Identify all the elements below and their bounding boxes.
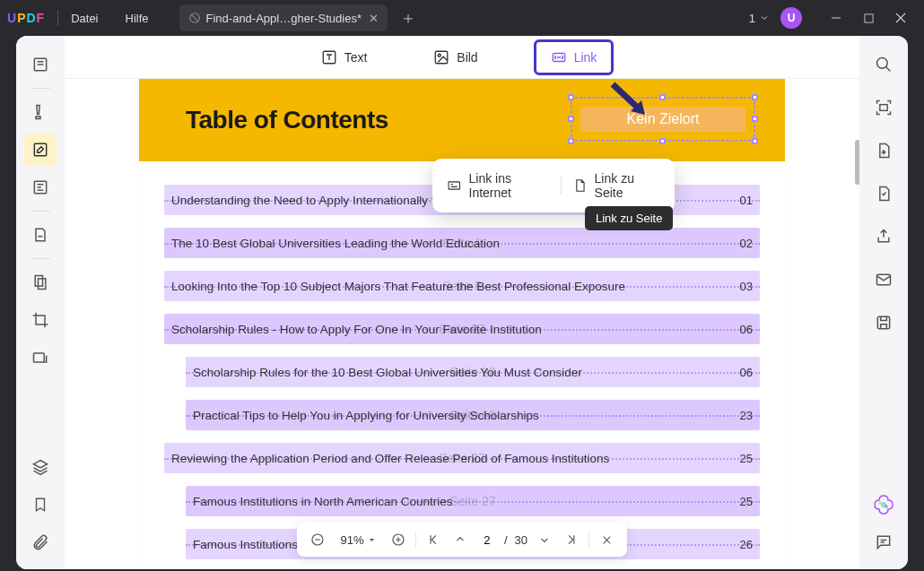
- page-sep: /: [504, 533, 508, 547]
- edit-link-label: Link: [574, 50, 597, 65]
- toc-row[interactable]: Seite 27Famous Institutions in North Ame…: [186, 486, 760, 516]
- svg-rect-5: [35, 276, 42, 287]
- scrollbar-thumb[interactable]: [855, 140, 859, 185]
- view-page-indicator[interactable]: 1: [749, 12, 770, 25]
- toc-entry-page: 26: [740, 538, 753, 551]
- search-icon[interactable]: [867, 48, 900, 81]
- svg-rect-16: [880, 105, 887, 111]
- page-input[interactable]: [474, 533, 501, 547]
- tooltip: Link zu Seite: [585, 206, 673, 230]
- svg-rect-7: [34, 353, 45, 362]
- page-icon: [572, 177, 587, 194]
- link-page-label: Link zu Seite: [595, 171, 660, 200]
- left-sidebar: [16, 36, 65, 569]
- edit-text-button[interactable]: Text: [310, 44, 379, 71]
- redact-tool[interactable]: [24, 342, 57, 374]
- comments-icon[interactable]: [867, 526, 900, 558]
- titlebar: UPDF Datei Hilfe Find-and-Appl…gher-Stud…: [0, 0, 924, 36]
- svg-rect-3: [34, 143, 46, 155]
- toc-entry-title: Famous Institutions in North American Co…: [193, 495, 453, 508]
- first-page-button[interactable]: [420, 526, 447, 553]
- ai-assistant-icon[interactable]: [873, 494, 894, 515]
- edit-text-label: Text: [344, 50, 368, 65]
- prev-page-button[interactable]: [447, 526, 474, 553]
- updf-logo: UPDF: [7, 11, 45, 25]
- toc-entry-page: 06: [740, 323, 753, 336]
- export-icon[interactable]: [867, 134, 900, 167]
- pdf-page[interactable]: Table of Contents Kein Zielort: [139, 79, 785, 569]
- link-to-page-option[interactable]: Link zu Seite: [572, 171, 660, 200]
- page-total: 30: [515, 533, 527, 547]
- toc-entry-title: Looking Into the Top 10 Subject Majors T…: [171, 280, 625, 293]
- toc-row[interactable]: Seite 1The 10 Best Global Universities L…: [164, 228, 760, 258]
- save-icon[interactable]: [867, 307, 900, 339]
- toc-row[interactable]: Seite 23Scholarship Rules for the 10 Bes…: [186, 357, 760, 387]
- email-icon[interactable]: [867, 264, 900, 296]
- toc-entry-title: Reviewing the Application Period and Off…: [171, 452, 609, 465]
- link-web-label: Link ins Internet: [469, 171, 551, 200]
- form-tool[interactable]: [24, 171, 57, 203]
- chevron-down-icon: [759, 13, 770, 23]
- tab-doc-icon: [188, 12, 201, 24]
- document-tab[interactable]: Find-and-Appl…gher-Studies* ✕: [179, 4, 388, 31]
- menu-file[interactable]: Datei: [71, 12, 98, 25]
- toc-entry-title: Scholarship Rules for the 10 Best Global…: [193, 366, 582, 379]
- toc-row[interactable]: Seite 19Practical Tips to Help You in Ap…: [186, 400, 760, 430]
- toc-row[interactable]: Seite 27Reviewing the Application Period…: [164, 443, 760, 473]
- layers-icon[interactable]: [24, 451, 57, 483]
- zoom-value[interactable]: 91%: [331, 533, 385, 547]
- workspace: Text Bild Link Table of Contents: [16, 36, 908, 569]
- bookmark-icon[interactable]: [24, 489, 57, 521]
- next-page-button[interactable]: [531, 526, 558, 553]
- watermark-text: Seite 27: [449, 494, 495, 508]
- zoom-controls: 91% / 30: [297, 523, 627, 557]
- svg-rect-1: [864, 13, 872, 22]
- edit-toolbar: Text Bild Link: [65, 36, 859, 79]
- ocr-icon[interactable]: [867, 91, 900, 124]
- toc-row[interactable]: Seite 5Looking Into the Top 10 Subject M…: [164, 271, 760, 301]
- user-avatar[interactable]: U: [780, 7, 802, 29]
- close-zoombar-button[interactable]: [593, 526, 620, 553]
- window-minimize[interactable]: [820, 4, 852, 31]
- link-to-web-option[interactable]: Link ins Internet: [447, 171, 550, 200]
- tab-close-icon[interactable]: ✕: [369, 12, 379, 25]
- edit-tool[interactable]: [24, 134, 57, 166]
- toc-entry-page: 01: [740, 194, 753, 207]
- crop-tool[interactable]: [24, 304, 57, 336]
- image-icon: [433, 49, 449, 65]
- text-icon: [321, 49, 337, 65]
- svg-rect-12: [449, 182, 459, 189]
- reader-tool[interactable]: [24, 48, 57, 81]
- organize-tool[interactable]: [24, 219, 57, 251]
- window-close[interactable]: [885, 4, 917, 31]
- highlighter-tool[interactable]: [24, 96, 57, 128]
- svg-point-10: [439, 54, 441, 56]
- last-page-button[interactable]: [558, 526, 585, 553]
- edit-link-button[interactable]: Link: [534, 39, 615, 75]
- pages-tool[interactable]: [24, 266, 57, 298]
- toc-entry-page: 03: [740, 280, 753, 293]
- toc-entry-page: 25: [740, 495, 753, 508]
- toc-entry-page: 06: [740, 366, 753, 379]
- zoom-out-button[interactable]: [304, 526, 331, 553]
- new-tab-button[interactable]: ＋: [400, 7, 416, 29]
- zoom-in-button[interactable]: [385, 526, 412, 553]
- tab-title: Find-and-Appl…gher-Studies*: [206, 12, 362, 25]
- annotation-arrow: [606, 81, 650, 120]
- right-sidebar: [859, 36, 908, 569]
- toc-row[interactable]: Seite 27Scholarship Rules - How to Apply…: [164, 314, 760, 344]
- link-annotation-box[interactable]: Kein Zielort: [571, 98, 754, 141]
- attachment-icon[interactable]: [24, 526, 57, 558]
- menu-help[interactable]: Hilfe: [126, 12, 149, 25]
- window-maximize[interactable]: [852, 4, 885, 31]
- svg-point-15: [877, 58, 888, 69]
- svg-point-20: [878, 501, 882, 505]
- toc-entry-title: Practical Tips to Help You in Applying f…: [193, 409, 539, 422]
- convert-icon[interactable]: [867, 177, 900, 210]
- toc-entry-page: 02: [740, 237, 753, 250]
- toc-entry-title: Scholarship Rules - How to Apply For One…: [171, 323, 542, 336]
- edit-image-button[interactable]: Bild: [423, 44, 488, 71]
- share-icon[interactable]: [867, 221, 900, 253]
- table-of-contents: Seite 21Understanding the Need to Apply …: [139, 161, 785, 569]
- toc-entry-page: 25: [740, 452, 753, 465]
